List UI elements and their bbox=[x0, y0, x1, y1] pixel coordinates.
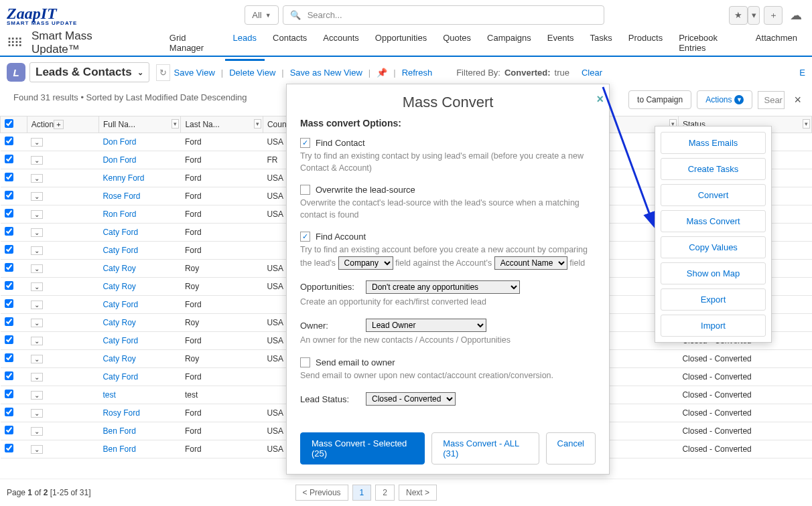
app-launcher-icon[interactable]: ⠿⠿ bbox=[7, 35, 21, 50]
owner-select[interactable]: Lead Owner bbox=[366, 319, 486, 332]
action-item-show-on-map[interactable]: Show on Map bbox=[661, 262, 766, 284]
column-menu-icon[interactable]: ▾ bbox=[803, 119, 810, 129]
row-checkbox[interactable] bbox=[5, 426, 13, 434]
page-1-button[interactable]: 1 bbox=[352, 485, 372, 501]
full-name-link[interactable]: Caty Roy bbox=[103, 354, 135, 363]
tab-grid-manager[interactable]: Grid Manager bbox=[161, 26, 225, 60]
clear-filter-link[interactable]: Clear bbox=[582, 68, 602, 78]
salesforce-icon[interactable]: ☁ bbox=[787, 6, 805, 25]
full-name-link[interactable]: Caty Ford bbox=[103, 372, 138, 382]
action-item-copy-values[interactable]: Copy Values bbox=[661, 236, 766, 258]
row-checkbox[interactable] bbox=[5, 209, 13, 218]
row-checkbox[interactable] bbox=[5, 173, 13, 181]
row-checkbox[interactable] bbox=[5, 137, 13, 145]
row-checkbox[interactable] bbox=[5, 317, 13, 326]
row-checkbox[interactable] bbox=[5, 155, 13, 163]
row-action-menu[interactable]: ⌄ bbox=[31, 427, 43, 436]
tab-opportunities[interactable]: Opportunities bbox=[367, 26, 435, 60]
full-name-link[interactable]: Kenny Ford bbox=[103, 173, 144, 183]
row-action-menu[interactable]: ⌄ bbox=[31, 445, 43, 454]
row-action-menu[interactable]: ⌄ bbox=[31, 409, 43, 418]
global-search-input[interactable]: 🔍 Search... bbox=[283, 5, 604, 25]
full-name-link[interactable]: Caty Roy bbox=[103, 264, 135, 273]
row-checkbox[interactable] bbox=[5, 390, 13, 398]
tab-events[interactable]: Events bbox=[539, 26, 582, 60]
full-name-link[interactable]: Don Ford bbox=[103, 137, 136, 147]
select-all-checkbox[interactable] bbox=[5, 119, 13, 128]
prev-page-button[interactable]: < Previous bbox=[295, 485, 348, 501]
row-action-menu[interactable]: ⌄ bbox=[31, 174, 43, 183]
pin-icon[interactable]: 📌 bbox=[377, 68, 387, 78]
row-action-menu[interactable]: ⌄ bbox=[31, 337, 43, 345]
search-scope-dropdown[interactable]: All▼ bbox=[245, 5, 278, 25]
row-action-menu[interactable]: ⌄ bbox=[31, 192, 43, 201]
action-item-mass-convert[interactable]: Mass Convert bbox=[661, 210, 766, 232]
action-item-create-tasks[interactable]: Create Tasks bbox=[661, 158, 766, 180]
row-checkbox[interactable] bbox=[5, 245, 13, 254]
tab-pricebook-entries[interactable]: Pricebook Entries bbox=[671, 26, 748, 60]
row-checkbox[interactable] bbox=[5, 353, 13, 362]
full-name-link[interactable]: test bbox=[103, 390, 115, 400]
action-item-mass-emails[interactable]: Mass Emails bbox=[661, 132, 766, 154]
tab-leads[interactable]: Leads bbox=[225, 26, 265, 61]
mass-convert-selected-button[interactable]: Mass Convert - Selected (25) bbox=[300, 432, 425, 465]
send-email-checkbox[interactable] bbox=[300, 357, 310, 367]
column-header[interactable]: Last Na...▾ bbox=[181, 116, 263, 133]
full-name-link[interactable]: Don Ford bbox=[103, 155, 136, 165]
delete-view-link[interactable]: Delete View bbox=[229, 68, 275, 78]
row-checkbox[interactable] bbox=[5, 408, 13, 416]
row-checkbox[interactable] bbox=[5, 335, 13, 344]
add-icon[interactable]: ＋ bbox=[764, 6, 783, 25]
row-checkbox[interactable] bbox=[5, 227, 13, 236]
full-name-link[interactable]: Ron Ford bbox=[103, 209, 136, 219]
full-name-link[interactable]: Ben Ford bbox=[103, 444, 135, 454]
tab-accounts[interactable]: Accounts bbox=[315, 26, 366, 60]
cancel-button[interactable]: Cancel bbox=[546, 432, 596, 465]
full-name-link[interactable]: Caty Ford bbox=[103, 246, 138, 255]
row-checkbox[interactable] bbox=[5, 444, 13, 452]
row-action-menu[interactable]: ⌄ bbox=[31, 138, 43, 147]
tab-products[interactable]: Products bbox=[620, 26, 671, 60]
save-view-link[interactable]: Save View bbox=[174, 68, 215, 78]
save-as-new-view-link[interactable]: Save as New View bbox=[290, 68, 362, 78]
row-action-menu[interactable]: ⌄ bbox=[31, 228, 43, 237]
row-checkbox[interactable] bbox=[5, 281, 13, 290]
full-name-link[interactable]: Caty Roy bbox=[103, 318, 135, 327]
view-selector[interactable]: Leads & Contacts⌄ bbox=[29, 62, 149, 82]
page-2-button[interactable]: 2 bbox=[375, 485, 395, 501]
row-action-menu[interactable]: ⌄ bbox=[31, 246, 43, 255]
opportunities-select[interactable]: Don't create any opportunities bbox=[366, 280, 520, 294]
full-name-link[interactable]: Caty Ford bbox=[103, 228, 138, 237]
actions-button[interactable]: Actions ▼ bbox=[697, 90, 752, 109]
action-item-convert[interactable]: Convert bbox=[661, 184, 766, 206]
row-action-menu[interactable]: ⌄ bbox=[31, 301, 43, 309]
column-menu-icon[interactable]: ▾ bbox=[172, 119, 179, 129]
full-name-link[interactable]: Ben Ford bbox=[103, 426, 135, 436]
modal-close-icon[interactable]: × bbox=[596, 92, 604, 106]
full-name-link[interactable]: Rose Ford bbox=[103, 191, 140, 201]
row-checkbox[interactable] bbox=[5, 371, 13, 380]
row-action-menu[interactable]: ⌄ bbox=[31, 373, 43, 382]
find-contact-checkbox[interactable]: ✓ bbox=[300, 138, 310, 148]
to-campaign-button[interactable]: to Campaign bbox=[628, 90, 691, 109]
tab-campaigns[interactable]: Campaigns bbox=[479, 26, 539, 60]
row-action-menu[interactable]: ⌄ bbox=[31, 210, 43, 219]
full-name-link[interactable]: Caty Ford bbox=[103, 300, 138, 309]
next-page-button[interactable]: Next > bbox=[399, 485, 437, 501]
refresh-link[interactable]: Refresh bbox=[402, 68, 433, 78]
row-action-menu[interactable]: ⌄ bbox=[31, 319, 43, 327]
close-icon[interactable]: × bbox=[790, 93, 805, 107]
full-name-link[interactable]: Caty Roy bbox=[103, 282, 135, 291]
edit-link[interactable]: E bbox=[799, 68, 805, 78]
row-checkbox[interactable] bbox=[5, 263, 13, 272]
lead-status-select[interactable]: Closed - Converted bbox=[366, 392, 456, 406]
row-action-menu[interactable]: ⌄ bbox=[31, 264, 43, 273]
favorite-icon[interactable]: ★ bbox=[729, 6, 748, 25]
overwrite-source-checkbox[interactable] bbox=[300, 185, 310, 195]
tab-tasks[interactable]: Tasks bbox=[582, 26, 620, 60]
row-checkbox[interactable] bbox=[5, 299, 13, 308]
add-column-icon[interactable]: + bbox=[54, 120, 63, 129]
full-name-link[interactable]: Caty Ford bbox=[103, 336, 138, 345]
action-item-export[interactable]: Export bbox=[661, 288, 766, 311]
row-action-menu[interactable]: ⌄ bbox=[31, 282, 43, 291]
